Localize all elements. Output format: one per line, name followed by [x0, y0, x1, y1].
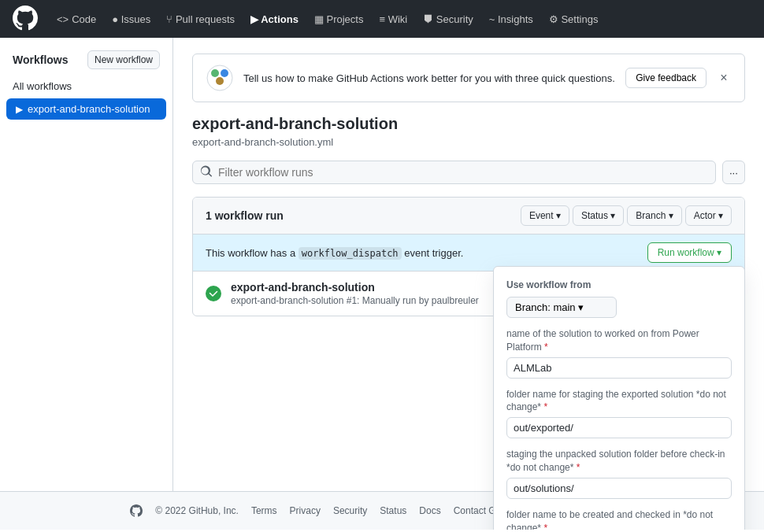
sidebar-workflow-label: export-and-branch-solution — [28, 103, 150, 115]
actor-filter-button[interactable]: Actor ▾ — [685, 205, 732, 226]
status-filter-button[interactable]: Status ▾ — [573, 205, 624, 226]
actions-logo — [206, 64, 234, 92]
workflow-icon: ▶ — [16, 104, 23, 115]
run-workflow-trigger-button[interactable]: Run workflow ▾ — [647, 242, 732, 263]
nav-pull-requests[interactable]: ⑂ Pull requests — [160, 10, 241, 28]
field-2-input[interactable] — [506, 417, 732, 438]
workflow-title: export-and-branch-solution — [192, 115, 745, 133]
nav-issues[interactable]: ● Issues — [106, 10, 157, 28]
runs-count: 1 workflow run — [206, 209, 521, 222]
field-3-label: staging the unpacked solution folder bef… — [506, 448, 732, 475]
trigger-text: This workflow has a — [206, 247, 299, 259]
more-options-button[interactable]: ··· — [722, 161, 745, 184]
nav-projects[interactable]: ▦ Projects — [308, 10, 370, 28]
footer-security[interactable]: Security — [333, 505, 367, 516]
field-1-label: name of the solution to worked on from P… — [506, 327, 732, 354]
panel-title: Use workflow from — [506, 279, 732, 290]
trigger-text-after: event trigger. — [404, 247, 463, 259]
nav-wiki[interactable]: ≡ Wiki — [373, 10, 414, 28]
github-logo[interactable] — [13, 6, 38, 33]
search-icon — [200, 165, 213, 180]
trigger-code: workflow_dispatch — [299, 247, 402, 260]
svg-point-2 — [221, 69, 228, 77]
copyright: © 2022 GitHub, Inc. — [155, 505, 239, 516]
field-3-input[interactable] — [506, 478, 732, 499]
nav-code[interactable]: <> Code — [50, 10, 102, 28]
nav-settings[interactable]: ⚙ Settings — [543, 10, 605, 28]
sidebar-workflow-item[interactable]: ▶ export-and-branch-solution — [6, 98, 166, 120]
footer-docs[interactable]: Docs — [419, 505, 440, 516]
run-workflow-panel: Use workflow from Branch: main ▾ name of… — [493, 266, 745, 530]
sidebar-title: Workflows — [13, 54, 69, 66]
banner-text: Tell us how to make GitHub Actions work … — [243, 72, 616, 84]
close-icon[interactable]: × — [716, 70, 732, 86]
footer-octocat — [130, 504, 143, 517]
svg-point-1 — [211, 69, 219, 77]
field-1-input[interactable] — [506, 357, 732, 379]
give-feedback-button[interactable]: Give feedback — [625, 68, 707, 88]
branch-select-button[interactable]: Branch: main ▾ — [506, 297, 617, 318]
nav-actions[interactable]: ▶ Actions — [244, 10, 305, 28]
field-4-label: folder name to be created and checked in… — [506, 508, 732, 530]
filter-input[interactable] — [192, 161, 716, 184]
all-workflows-link[interactable]: All workflows — [0, 76, 172, 97]
svg-point-3 — [216, 77, 224, 85]
nav-security[interactable]: ⛊ Security — [417, 10, 480, 28]
feedback-banner: Tell us how to make GitHub Actions work … — [192, 54, 745, 102]
nav-insights[interactable]: ~ Insights — [483, 10, 540, 28]
footer-terms[interactable]: Terms — [251, 505, 277, 516]
event-filter-button[interactable]: Event ▾ — [521, 205, 569, 226]
branch-filter-button[interactable]: Branch ▾ — [627, 205, 681, 226]
footer-privacy[interactable]: Privacy — [290, 505, 321, 516]
footer-status[interactable]: Status — [380, 505, 406, 516]
new-workflow-button[interactable]: New workflow — [87, 50, 160, 69]
run-status-icon — [206, 286, 221, 301]
field-2-label: folder name for staging the exported sol… — [506, 388, 732, 415]
workflow-subtitle: export-and-branch-solution.yml — [192, 136, 745, 148]
